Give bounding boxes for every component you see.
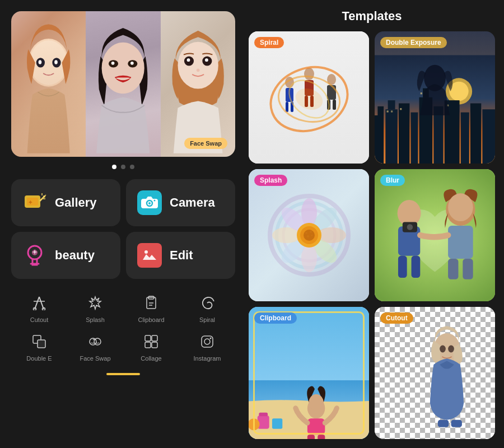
clipboard-label: Clipboard [138,316,164,323]
svg-point-108 [311,235,312,236]
camera-icon [137,190,162,215]
carousel-dot-1[interactable] [112,165,116,169]
svg-rect-85 [387,110,389,112]
icon-row-1: Cutout Splash [11,290,235,329]
edit-button[interactable]: Edit [126,232,235,279]
svg-rect-88 [421,92,422,94]
cutout-label: Cutout [30,316,48,323]
clipboard-icon [144,296,158,314]
svg-rect-76 [399,104,409,164]
svg-point-32 [144,250,148,254]
camera-label: Camera [170,195,215,210]
svg-point-134 [448,346,454,353]
template-badge-splash: Splash [254,175,287,186]
cutout-icon [32,296,46,314]
svg-line-33 [35,297,39,309]
svg-rect-125 [272,418,282,428]
carousel-image-2 [86,11,160,157]
beauty-label: beauty [55,248,95,263]
template-card-spiral[interactable]: Spiral [249,31,369,164]
splash-icon [88,296,102,314]
face-swap-icon [88,334,102,352]
face-swap-label: Face Swap [80,355,110,362]
svg-point-6 [102,43,144,94]
svg-point-133 [440,346,446,353]
template-card-blur[interactable]: Blur [375,169,495,301]
svg-rect-129 [307,418,325,435]
gallery-label: Gallery [55,195,97,210]
carousel-image-1 [11,11,86,157]
template-card-cutout[interactable]: Cutout [375,307,495,439]
template-card-splash[interactable]: Splash [249,169,369,301]
svg-rect-77 [411,113,418,164]
edit-icon [137,243,162,268]
svg-point-45 [94,338,101,345]
svg-line-34 [39,297,44,309]
svg-rect-31 [142,248,157,263]
icon-item-splash[interactable]: Splash [76,296,115,323]
edit-label: Edit [170,248,193,263]
carousel-dot-2[interactable] [121,165,125,169]
svg-rect-136 [451,420,462,427]
svg-rect-47 [152,335,157,341]
svg-point-1 [30,40,67,85]
icon-item-spiral[interactable]: Spiral [188,296,227,323]
instagram-label: Instagram [194,355,221,362]
template-badge-clipboard: Clipboard [254,312,297,324]
svg-rect-113 [412,256,421,278]
bottom-bar [11,373,235,375]
templates-title: Templates [249,9,495,24]
template-badge-spiral: Spiral [254,37,284,48]
template-card-clipboard[interactable]: Clipboard [249,307,369,439]
carousel-dots [11,165,235,169]
svg-point-104 [304,230,315,241]
svg-point-15 [205,58,208,62]
svg-point-106 [310,231,312,233]
carousel-image-3: Face Swap [161,11,235,157]
splash-label: Splash [86,316,105,323]
svg-rect-112 [398,256,407,278]
icon-item-instagram[interactable]: Instagram [188,334,227,362]
svg-point-105 [305,232,307,234]
icon-item-double-e[interactable]: Double E [20,334,59,362]
svg-rect-43 [38,340,45,348]
carousel-inner: Face Swap [11,11,235,157]
camera-button[interactable]: Camera [126,179,235,226]
svg-rect-55 [286,102,288,112]
svg-point-4 [39,60,42,64]
svg-rect-124 [259,413,268,417]
collage-label: Collage [141,355,161,362]
template-badge-blur: Blur [380,175,405,186]
icon-row-2: Double E Face Swap [11,329,235,367]
svg-point-52 [210,338,212,339]
svg-point-115 [407,224,413,230]
app-container: Face Swap [0,0,504,448]
svg-rect-74 [385,109,398,164]
instagram-icon [200,334,214,352]
svg-rect-86 [391,110,393,112]
gallery-icon: ✦ [22,190,47,215]
svg-point-28 [154,200,156,202]
beauty-button[interactable]: beauty [11,232,120,279]
template-card-double-exp[interactable]: Double Exposure [375,31,495,164]
svg-point-117 [448,193,473,221]
spiral-icon [200,296,214,314]
svg-rect-72 [375,115,384,164]
svg-point-14 [186,58,190,62]
svg-point-2 [36,58,45,67]
carousel-dot-3[interactable] [130,165,134,169]
svg-rect-82 [461,113,469,164]
icon-item-face-swap[interactable]: Face Swap [76,334,115,362]
icon-item-cutout[interactable]: Cutout [20,296,59,323]
svg-rect-84 [482,109,495,164]
svg-point-51 [204,339,210,344]
svg-rect-46 [145,335,151,341]
photo-carousel[interactable]: Face Swap [11,11,235,157]
gallery-button[interactable]: ✦ Gallery [11,179,120,226]
icon-item-clipboard[interactable]: Clipboard [132,296,171,323]
double-e-icon [32,334,46,352]
svg-rect-87 [400,108,402,110]
beauty-icon [22,243,47,268]
icon-item-collage[interactable]: Collage [132,334,171,362]
svg-rect-48 [145,342,151,348]
